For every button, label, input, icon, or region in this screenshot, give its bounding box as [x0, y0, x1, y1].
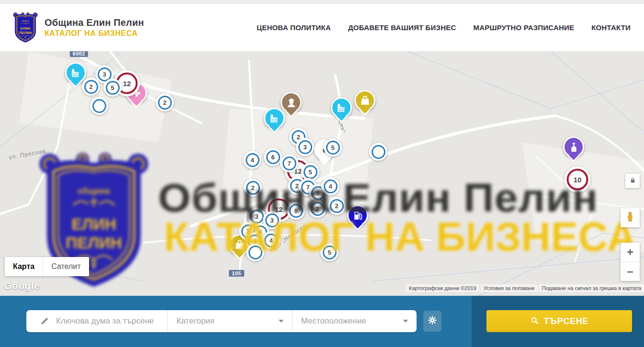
cluster-count: 2 — [311, 202, 325, 216]
cluster-count: 4 — [264, 234, 278, 247]
zoom-in-button[interactable]: + — [621, 243, 640, 262]
map-cluster-marker[interactable]: 8 — [287, 201, 305, 220]
cluster-count: 2 — [84, 80, 98, 94]
cluster-count: 3 — [250, 210, 264, 224]
municipality-crest-icon: община ЕЛИН ПЕЛИН — [12, 12, 38, 44]
cluster-count: 5 — [326, 141, 340, 155]
map-type-switcher: Карта Сателит — [5, 257, 89, 276]
map-type-button-map[interactable]: Карта — [5, 257, 43, 276]
cluster-count: 10 — [567, 169, 588, 190]
map-pin-factory[interactable] — [331, 97, 352, 118]
map-pin-factory[interactable] — [264, 108, 285, 129]
search-bar: Категория Местоположение ТЪРСЕНЕ — [0, 296, 644, 347]
map-cluster-marker[interactable]: 4 — [321, 177, 339, 195]
cluster-count: 3 — [298, 140, 312, 154]
cluster-count: 2 — [330, 199, 344, 213]
location-dropdown[interactable]: Местоположение — [292, 310, 417, 332]
pencil-icon — [40, 316, 49, 326]
map-cluster-marker[interactable]: 6 — [264, 148, 282, 166]
map-cluster-marker[interactable] — [90, 97, 108, 115]
cluster-count — [249, 246, 262, 259]
attribution-copyright: Картографски данни ©2019 — [406, 284, 479, 292]
advanced-settings-button[interactable] — [423, 311, 441, 332]
cluster-count — [372, 145, 385, 159]
map-cluster-marker[interactable] — [246, 243, 264, 261]
street-view-pegman-icon — [624, 211, 636, 224]
map-cluster-marker[interactable] — [369, 143, 387, 161]
search-field-group: Категория Местоположение — [26, 310, 417, 332]
logo-text: Община Елин Пелин КАТАЛОГ НА БИЗНЕСА — [45, 17, 144, 38]
category-dropdown[interactable]: Категория — [167, 310, 292, 332]
cluster-count: 2 — [246, 181, 260, 195]
zoom-control: + − — [621, 243, 640, 281]
nav-item-contacts[interactable]: КОНТАКТИ — [591, 23, 631, 32]
map-cluster-marker[interactable]: 2 — [328, 197, 346, 215]
map-pin-worker[interactable] — [281, 92, 302, 113]
search-button[interactable]: ТЪРСЕНЕ — [486, 310, 632, 332]
map-pin-fuel-pump[interactable] — [347, 205, 368, 226]
map-cluster-marker[interactable]: 4 — [243, 151, 261, 169]
factory-icon — [265, 109, 283, 127]
shopping-bag-icon — [356, 91, 374, 110]
chevron-down-icon — [403, 320, 408, 323]
keyword-search-input[interactable] — [56, 316, 161, 326]
cluster-count: 5 — [304, 165, 317, 179]
site-subtitle: КАТАЛОГ НА БИЗНЕСА — [45, 29, 144, 38]
map-attribution: Картографски данни ©2019 Условия за полз… — [406, 284, 644, 292]
location-dropdown-label: Местоположение — [301, 316, 366, 326]
cluster-count: 4 — [324, 179, 338, 193]
attribution-terms-link[interactable]: Условия за ползване — [481, 284, 538, 292]
lock-button[interactable] — [625, 174, 640, 188]
map-cluster-marker[interactable]: 2 — [244, 179, 262, 197]
street-view-pegman-button[interactable] — [621, 208, 640, 227]
page: община ЕЛИН ПЕЛИН Община Елин Пелин КАТА… — [0, 0, 644, 347]
category-dropdown-label: Категория — [176, 316, 214, 326]
road-number-label: 6002 — [70, 51, 88, 57]
svg-text:община: община — [22, 20, 29, 22]
site-logo[interactable]: община ЕЛИН ПЕЛИН Община Елин Пелин КАТА… — [12, 12, 144, 44]
search-icon — [530, 316, 539, 326]
header: община ЕЛИН ПЕЛИН Община Елин Пелин КАТА… — [0, 4, 644, 51]
map-pin-factory[interactable] — [65, 62, 86, 83]
cluster-count: 8 — [289, 204, 303, 218]
map-pin-church[interactable] — [563, 136, 584, 157]
padlock-icon — [629, 177, 636, 186]
nav-item-route-schedule[interactable]: МАРШРУТНО РАЗПИСАНИЕ — [473, 23, 574, 32]
church-icon — [565, 138, 583, 156]
map-cluster-marker[interactable]: 2 — [82, 78, 100, 96]
svg-text:ПЕЛИН: ПЕЛИН — [19, 30, 32, 34]
cluster-count — [92, 99, 106, 113]
cluster-count: 3 — [265, 213, 279, 227]
map-cluster-marker[interactable]: 5 — [324, 138, 342, 157]
attribution-report-error-link[interactable]: Подаване на сигнал за грешка в картата — [539, 284, 644, 292]
worker-icon — [282, 93, 300, 112]
main-nav: ЦЕНОВА ПОЛИТИКА ДОБАВЕТЕ ВАШИЯТ БИЗНЕС М… — [257, 23, 632, 32]
map-cluster-marker[interactable]: 2 — [156, 93, 174, 112]
map-pin-shopping-bag[interactable] — [354, 90, 375, 111]
map-canvas[interactable]: 6002105ул. Преславбул. „Новоселция"32125… — [0, 51, 644, 296]
site-title: Община Елин Пелин — [45, 17, 144, 28]
nav-item-add-business[interactable]: ДОБАВЕТЕ ВАШИЯТ БИЗНЕС — [348, 23, 456, 32]
cluster-count: 2 — [158, 96, 172, 110]
fuel-pump-icon — [349, 206, 367, 224]
google-logo[interactable]: Google — [4, 280, 40, 291]
search-button-label: ТЪРСЕНЕ — [544, 316, 589, 326]
map-cluster-marker[interactable]: 5 — [320, 243, 339, 261]
svg-text:ЕЛИН: ЕЛИН — [21, 26, 31, 30]
chevron-down-icon — [279, 320, 283, 323]
road-number-label: 105 — [229, 270, 244, 277]
map-cluster-marker[interactable]: 5 — [103, 78, 122, 97]
map-type-button-satellite[interactable]: Сателит — [43, 257, 89, 276]
zoom-out-button[interactable]: − — [621, 262, 640, 281]
map-cluster-marker[interactable]: 4 — [262, 231, 280, 249]
map-cluster-marker[interactable]: 2 — [308, 200, 327, 218]
map-cluster-marker[interactable]: 10 — [565, 167, 591, 193]
nav-item-pricing[interactable]: ЦЕНОВА ПОЛИТИКА — [257, 23, 331, 32]
map-cluster-marker[interactable]: 3 — [296, 138, 314, 156]
cluster-count: 5 — [323, 246, 337, 259]
cluster-count: 5 — [106, 81, 120, 95]
keyword-segment — [26, 310, 167, 332]
cluster-count: 6 — [266, 150, 280, 164]
factory-icon — [332, 99, 350, 117]
map-cluster-marker[interactable]: 7 — [280, 154, 298, 172]
